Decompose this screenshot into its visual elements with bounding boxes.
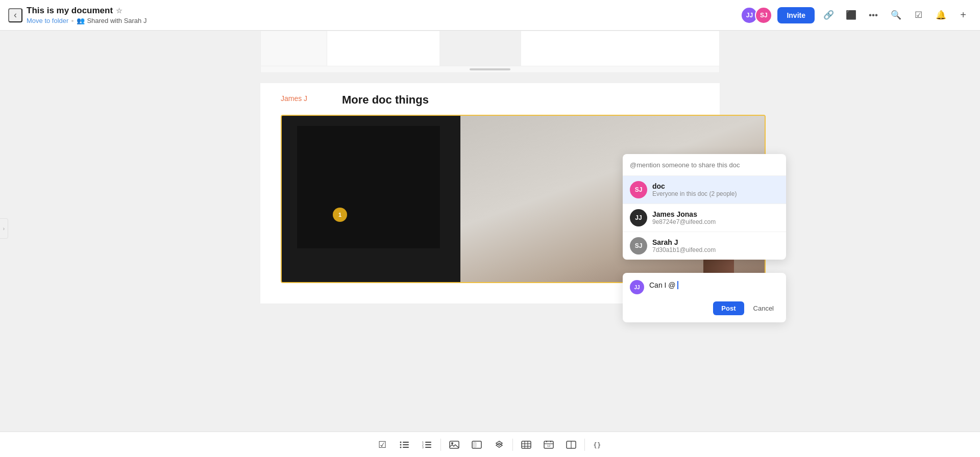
avatar-sj[interactable]: SJ — [755, 7, 772, 24]
calendar-tool[interactable]: 12 — [537, 434, 560, 456]
document-title: This is my document ☆ — [27, 6, 146, 16]
mention-name-doc: doc — [652, 182, 737, 190]
header-right: JJ SJ Invite 🔗 ⬛ ••• 🔍 ☑ 🔔 + — [741, 7, 972, 24]
numbered-list-tool[interactable]: 123 — [416, 434, 438, 456]
svg-point-3 — [400, 441, 401, 443]
svg-rect-18 — [522, 441, 531, 448]
separator — [71, 20, 74, 22]
mention-info-doc: doc Everyone in this doc (2 people) — [652, 182, 737, 197]
mention-name-james: James Jonas — [652, 210, 716, 218]
shared-users-icon: 👥 — [77, 17, 85, 24]
horizontal-scrollbar — [260, 66, 720, 73]
mention-sub-doc: Everyone in this doc (2 people) — [652, 190, 737, 197]
header: ‹ This is my document ☆ Move to folder 👥… — [0, 0, 980, 31]
mention-search-area — [623, 154, 786, 176]
embed-tool[interactable] — [465, 434, 488, 456]
author-label: James J — [281, 93, 342, 103]
add-button[interactable]: + — [954, 7, 972, 24]
title-text: This is my document — [27, 6, 113, 16]
mention-avatar-sarah: SJ — [630, 237, 647, 255]
mention-item-james[interactable]: JJ James Jonas 9e8724e7@uifeed.com — [623, 204, 786, 232]
top-blocks — [260, 31, 720, 83]
preview-icon-button[interactable]: ⬛ — [842, 7, 860, 24]
checklist-button[interactable]: ☑ — [910, 7, 927, 24]
back-button[interactable]: ‹ — [8, 8, 22, 22]
toolbar-separator-3 — [584, 439, 585, 451]
star-icon[interactable]: ☆ — [116, 7, 122, 15]
image-tool[interactable] — [443, 434, 465, 456]
mention-sub-james: 9e8724e7@uifeed.com — [652, 218, 716, 225]
svg-point-4 — [400, 444, 401, 445]
bullet-list-tool[interactable] — [394, 434, 416, 456]
comment-user-avatar: JJ — [630, 280, 644, 294]
dropbox-tool[interactable] — [488, 434, 510, 456]
svg-point-13 — [451, 442, 453, 444]
code-tool[interactable]: {} — [587, 434, 609, 456]
svg-text:{}: {} — [593, 441, 601, 449]
svg-rect-2 — [403, 447, 409, 448]
svg-rect-6 — [425, 442, 431, 443]
shared-with-text: Shared with Sarah J — [87, 17, 146, 24]
cursor — [676, 281, 679, 289]
bottom-toolbar: ☑ 123 12 {} — [0, 431, 980, 457]
toolbar-separator-1 — [440, 439, 441, 451]
move-to-folder-link[interactable]: Move to folder — [27, 17, 68, 24]
avatar-group: JJ SJ — [741, 7, 772, 24]
comment-badge[interactable]: 1 — [333, 208, 347, 222]
layout-tool[interactable] — [560, 434, 582, 456]
notifications-button[interactable]: 🔔 — [932, 7, 949, 24]
shared-info: 👥 Shared with Sarah J — [77, 17, 146, 24]
checkbox-tool[interactable]: ☑ — [371, 434, 394, 456]
svg-rect-15 — [473, 442, 476, 447]
mention-avatar-james: JJ — [630, 209, 647, 226]
svg-text:12: 12 — [547, 444, 551, 447]
svg-rect-0 — [403, 442, 409, 443]
toolbar-separator-2 — [512, 439, 513, 451]
comment-input-display: Can I @ — [649, 280, 678, 289]
mention-info-james: James Jonas 9e8724e7@uifeed.com — [652, 210, 716, 225]
invite-button[interactable]: Invite — [777, 7, 815, 23]
table-tool[interactable] — [515, 434, 537, 456]
svg-rect-12 — [450, 441, 459, 448]
svg-rect-8 — [425, 447, 431, 448]
section-header: James J More doc things — [281, 93, 699, 107]
comment-actions: Post Cancel — [623, 297, 786, 322]
comment-text: Can I @ — [649, 281, 676, 289]
main-content: James J More doc things 1 — [0, 31, 980, 457]
mention-info-sarah: Sarah J 7d30a1b1@uifeed.com — [652, 238, 716, 253]
svg-text:3: 3 — [422, 446, 424, 449]
mention-item-doc[interactable]: SJ doc Everyone in this doc (2 people) — [623, 176, 786, 204]
comment-box: JJ Can I @ Post Cancel — [623, 273, 786, 322]
more-options-button[interactable]: ••• — [865, 7, 882, 24]
mention-sub-sarah: 7d30a1b1@uifeed.com — [652, 246, 716, 253]
search-button[interactable]: 🔍 — [887, 7, 904, 24]
svg-rect-7 — [425, 444, 431, 445]
link-icon-button[interactable]: 🔗 — [820, 7, 837, 24]
cancel-button[interactable]: Cancel — [748, 301, 779, 315]
mention-item-sarah[interactable]: SJ Sarah J 7d30a1b1@uifeed.com — [623, 232, 786, 260]
left-panel-toggle[interactable]: › — [0, 218, 8, 239]
mention-dropdown: SJ doc Everyone in this doc (2 people) J… — [623, 154, 786, 260]
image-window — [297, 126, 440, 248]
svg-rect-1 — [403, 444, 409, 445]
mention-search-input[interactable] — [630, 161, 779, 169]
post-button[interactable]: Post — [713, 301, 744, 315]
mention-avatar-doc: SJ — [630, 181, 647, 198]
svg-point-5 — [400, 446, 401, 448]
comment-user-row: JJ Can I @ — [623, 273, 786, 297]
header-left: ‹ This is my document ☆ Move to folder 👥… — [8, 6, 734, 24]
doc-meta: Move to folder 👥 Shared with Sarah J — [27, 17, 146, 24]
section-title: More doc things — [342, 93, 429, 107]
mention-name-sarah: Sarah J — [652, 238, 716, 246]
